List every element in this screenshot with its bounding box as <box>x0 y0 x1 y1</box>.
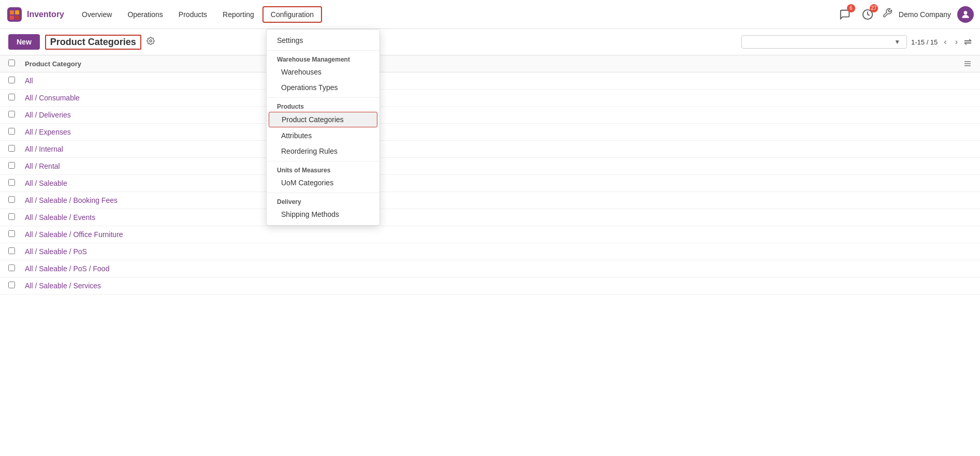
svg-point-7 <box>150 40 152 42</box>
row-category-name[interactable]: All / Saleable / Services <box>25 282 972 290</box>
table-row: All / Saleable / PoS <box>0 243 980 260</box>
row-select-checkbox[interactable] <box>8 264 15 271</box>
row-select-checkbox[interactable] <box>8 230 15 237</box>
divider-1 <box>267 50 379 51</box>
dropdown-item-shipping-methods[interactable]: Shipping Methods <box>267 207 379 222</box>
row-category-name[interactable]: All / Rental <box>25 162 972 170</box>
row-select-checkbox[interactable] <box>8 179 15 186</box>
row-checkbox[interactable] <box>8 264 19 273</box>
dropdown-item-product-categories[interactable]: Product Categories <box>269 112 377 127</box>
row-select-checkbox[interactable] <box>8 77 15 83</box>
search-input[interactable] <box>746 38 892 46</box>
row-category-name[interactable]: All / Saleable / PoS <box>25 247 972 256</box>
row-select-checkbox[interactable] <box>8 162 15 169</box>
app-name[interactable]: Inventory <box>27 10 64 19</box>
header-checkbox[interactable] <box>8 60 19 68</box>
dropdown-section-delivery: Delivery <box>267 195 379 207</box>
row-category-name[interactable]: All / Saleable <box>25 179 972 187</box>
dropdown-item-attributes[interactable]: Attributes <box>267 128 379 143</box>
row-category-name[interactable]: All / Consumable <box>25 94 972 102</box>
table-row: All / Saleable / Events <box>0 209 980 226</box>
table-body: All All / Consumable All / Deliveries Al… <box>0 72 980 295</box>
row-checkbox[interactable] <box>8 128 19 136</box>
nav-item-operations[interactable]: Operations <box>120 7 170 22</box>
divider-3 <box>267 161 379 161</box>
table-row: All / Rental <box>0 158 980 175</box>
dropdown-section-warehouse: Warehouse Management <box>267 53 379 64</box>
svg-rect-4 <box>15 16 19 20</box>
row-checkbox[interactable] <box>8 247 19 256</box>
col-adjust-btn[interactable] <box>956 60 972 68</box>
config-dropdown-menu: Settings Warehouse Management Warehouses… <box>266 29 380 226</box>
settings-wrench-button[interactable] <box>882 8 893 21</box>
table-row: All / Saleable / PoS / Food <box>0 260 980 277</box>
row-select-checkbox[interactable] <box>8 94 15 100</box>
row-select-checkbox[interactable] <box>8 145 15 152</box>
settings-gear-icon[interactable] <box>147 37 155 47</box>
search-box[interactable]: ▼ <box>741 35 907 49</box>
new-button[interactable]: New <box>8 34 40 50</box>
row-category-name[interactable]: All <box>25 77 972 85</box>
row-category-name[interactable]: All / Saleable / Events <box>25 213 972 222</box>
main-nav: Overview Operations Products Reporting C… <box>75 6 837 23</box>
row-select-checkbox[interactable] <box>8 213 15 220</box>
table-row: All / Internal <box>0 141 980 158</box>
activity-button[interactable]: 27 <box>859 6 876 23</box>
table-row: All / Saleable / Services <box>0 277 980 295</box>
company-name[interactable]: Demo Company <box>899 10 951 19</box>
row-checkbox[interactable] <box>8 77 19 85</box>
row-select-checkbox[interactable] <box>8 247 15 254</box>
nav-item-reporting[interactable]: Reporting <box>215 7 261 22</box>
svg-rect-2 <box>15 10 19 14</box>
dropdown-item-operations-types[interactable]: Operations Types <box>267 80 379 95</box>
sub-header: New Product Categories ▼ 1-15 / 15 ‹ › ⇌ <box>0 29 980 55</box>
col-header-name: Product Category <box>25 60 950 68</box>
row-select-checkbox[interactable] <box>8 128 15 135</box>
nav-item-products[interactable]: Products <box>171 7 214 22</box>
nav-item-configuration[interactable]: Configuration <box>262 6 322 23</box>
pagination-next[interactable]: › <box>953 36 960 48</box>
row-checkbox[interactable] <box>8 230 19 239</box>
user-avatar[interactable] <box>957 6 974 23</box>
table-row: All / Consumable <box>0 90 980 107</box>
dropdown-item-warehouses[interactable]: Warehouses <box>267 64 379 80</box>
row-checkbox[interactable] <box>8 162 19 170</box>
row-category-name[interactable]: All / Deliveries <box>25 111 972 119</box>
dropdown-item-settings[interactable]: Settings <box>267 33 379 48</box>
row-checkbox[interactable] <box>8 94 19 102</box>
svg-rect-3 <box>10 16 14 20</box>
column-adjust-icon[interactable]: ⇌ <box>964 36 972 48</box>
row-checkbox[interactable] <box>8 179 19 187</box>
sub-header-right: ▼ 1-15 / 15 ‹ › ⇌ <box>741 35 972 49</box>
row-select-checkbox[interactable] <box>8 196 15 203</box>
search-dropdown-arrow[interactable]: ▼ <box>892 38 902 46</box>
row-category-name[interactable]: All / Expenses <box>25 128 972 136</box>
dropdown-item-uom-categories[interactable]: UoM Categories <box>267 175 379 190</box>
svg-rect-0 <box>7 7 22 22</box>
row-select-checkbox[interactable] <box>8 111 15 117</box>
dropdown-item-reordering-rules[interactable]: Reordering Rules <box>267 143 379 159</box>
pagination-text: 1-15 / 15 <box>911 38 938 46</box>
select-all-checkbox[interactable] <box>8 60 15 66</box>
pagination-prev[interactable]: ‹ <box>942 36 948 48</box>
row-checkbox[interactable] <box>8 111 19 119</box>
messages-button[interactable]: 6 <box>837 6 853 23</box>
app-logo[interactable] <box>6 6 23 23</box>
row-category-name[interactable]: All / Saleable / Office Furniture <box>25 230 972 239</box>
dropdown-section-products: Products <box>267 100 379 111</box>
row-checkbox[interactable] <box>8 196 19 204</box>
row-checkbox[interactable] <box>8 282 19 290</box>
row-category-name[interactable]: All / Saleable / PoS / Food <box>25 264 972 273</box>
row-category-name[interactable]: All / Internal <box>25 145 972 153</box>
row-select-checkbox[interactable] <box>8 282 15 288</box>
messages-badge: 6 <box>847 4 855 12</box>
row-checkbox[interactable] <box>8 145 19 153</box>
row-category-name[interactable]: All / Saleable / Booking Fees <box>25 196 972 204</box>
table-row: All <box>0 72 980 90</box>
top-nav: Inventory Overview Operations Products R… <box>0 0 980 29</box>
svg-rect-1 <box>10 10 14 14</box>
divider-4 <box>267 193 379 193</box>
activity-badge: 27 <box>870 4 878 12</box>
row-checkbox[interactable] <box>8 213 19 222</box>
nav-item-overview[interactable]: Overview <box>75 7 119 22</box>
